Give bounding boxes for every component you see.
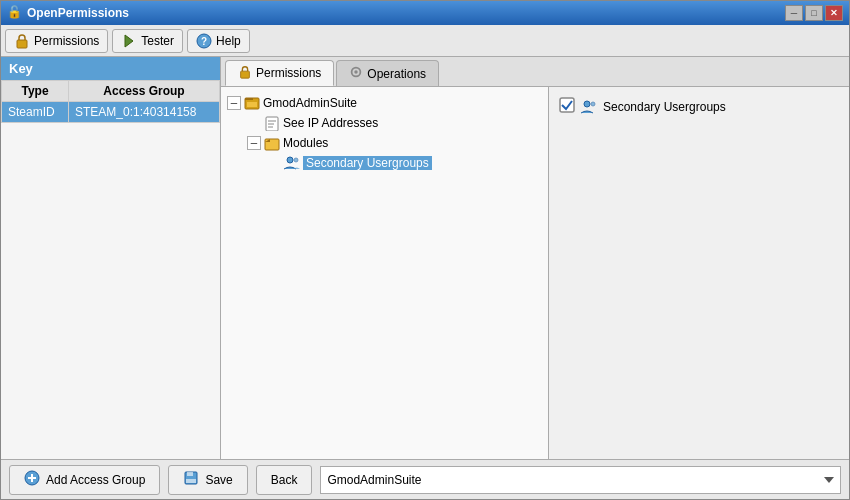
modules-icon bbox=[264, 135, 280, 151]
secondary-usergroups-label: Secondary Usergroups bbox=[303, 156, 432, 170]
cell-type: SteamID bbox=[2, 102, 69, 123]
close-button[interactable]: ✕ bbox=[825, 5, 843, 21]
save-icon bbox=[183, 470, 199, 489]
svg-rect-9 bbox=[247, 102, 257, 107]
svg-point-19 bbox=[584, 101, 590, 107]
toolbar-tester-button[interactable]: Tester bbox=[112, 29, 183, 53]
tester-toolbar-label: Tester bbox=[141, 34, 174, 48]
back-label: Back bbox=[271, 473, 298, 487]
key-table: Type Access Group SteamID STEAM_0:1:4031… bbox=[1, 80, 220, 123]
left-panel: Key Type Access Group SteamID STEAM_0:1:… bbox=[1, 57, 221, 459]
tab-permissions-label: Permissions bbox=[256, 66, 321, 80]
svg-point-17 bbox=[294, 158, 298, 162]
usergroups-check-icon bbox=[581, 99, 597, 115]
title-text: OpenPermissions bbox=[27, 6, 781, 20]
check-label-secondary-usergroups: Secondary Usergroups bbox=[603, 100, 726, 114]
svg-rect-25 bbox=[187, 472, 193, 476]
permissions-toolbar-label: Permissions bbox=[34, 34, 99, 48]
add-access-group-button[interactable]: Add Access Group bbox=[9, 465, 160, 495]
tree-root[interactable]: ─ GmodAdminSuite bbox=[227, 93, 542, 113]
svg-point-16 bbox=[287, 157, 293, 163]
svg-rect-0 bbox=[17, 40, 27, 48]
toolbar: Permissions Tester ? Help bbox=[1, 25, 849, 57]
add-access-group-label: Add Access Group bbox=[46, 473, 145, 487]
svg-point-6 bbox=[355, 70, 359, 74]
cell-access-group: STEAM_0:1:40314158 bbox=[69, 102, 220, 123]
root-expander[interactable]: ─ bbox=[227, 96, 241, 110]
tab-permissions[interactable]: Permissions bbox=[225, 60, 334, 86]
tree-panel: ─ GmodAdminSuite bbox=[221, 87, 549, 459]
table-row[interactable]: SteamID STEAM_0:1:40314158 bbox=[2, 102, 220, 123]
toolbar-permissions-button[interactable]: Permissions bbox=[5, 29, 108, 53]
col-type: Type bbox=[2, 81, 69, 102]
tabs-bar: Permissions Operations bbox=[221, 57, 849, 87]
main-window: 🔓 OpenPermissions ─ □ ✕ Permissions bbox=[0, 0, 850, 500]
bottom-bar: Add Access Group Save Back GmodAdminSuit… bbox=[1, 459, 849, 499]
permissions-toolbar-icon bbox=[14, 33, 30, 49]
maximize-button[interactable]: □ bbox=[805, 5, 823, 21]
dropdown-wrap: GmodAdminSuite bbox=[320, 466, 841, 494]
help-toolbar-label: Help bbox=[216, 34, 241, 48]
main-content: Key Type Access Group SteamID STEAM_0:1:… bbox=[1, 57, 849, 459]
tree-secondary-usergroups[interactable]: Secondary Usergroups bbox=[227, 153, 542, 173]
operations-tab-icon bbox=[349, 65, 363, 82]
modules-expander[interactable]: ─ bbox=[247, 136, 261, 150]
tester-icon bbox=[121, 33, 137, 49]
svg-rect-26 bbox=[186, 479, 196, 483]
add-icon bbox=[24, 470, 40, 489]
svg-rect-4 bbox=[241, 71, 250, 78]
check-item-secondary-usergroups[interactable]: Secondary Usergroups bbox=[555, 93, 843, 120]
svg-point-20 bbox=[591, 102, 595, 106]
tab-operations[interactable]: Operations bbox=[336, 60, 439, 86]
panels-container: ─ GmodAdminSuite bbox=[221, 87, 849, 459]
suite-icon bbox=[244, 95, 260, 111]
title-buttons: ─ □ ✕ bbox=[785, 5, 843, 21]
title-bar: 🔓 OpenPermissions ─ □ ✕ bbox=[1, 1, 849, 25]
see-ip-label: See IP Addresses bbox=[283, 116, 378, 130]
modules-label: Modules bbox=[283, 136, 328, 150]
help-icon: ? bbox=[196, 33, 212, 49]
toolbar-help-button[interactable]: ? Help bbox=[187, 29, 250, 53]
svg-marker-1 bbox=[125, 35, 133, 47]
title-icon: 🔓 bbox=[7, 5, 23, 21]
root-label: GmodAdminSuite bbox=[263, 96, 357, 110]
save-label: Save bbox=[205, 473, 232, 487]
col-access-group: Access Group bbox=[69, 81, 220, 102]
svg-rect-14 bbox=[265, 139, 279, 150]
access-group-dropdown[interactable]: GmodAdminSuite bbox=[320, 466, 841, 494]
permissions-tab-icon bbox=[238, 65, 252, 82]
left-panel-header: Key bbox=[1, 57, 220, 80]
right-section: Permissions Operations bbox=[221, 57, 849, 459]
back-button[interactable]: Back bbox=[256, 465, 313, 495]
tab-operations-label: Operations bbox=[367, 67, 426, 81]
check-panel: Secondary Usergroups bbox=[549, 87, 849, 459]
see-ip-icon bbox=[264, 115, 280, 131]
tree-see-ip[interactable]: See IP Addresses bbox=[227, 113, 542, 133]
save-button[interactable]: Save bbox=[168, 465, 247, 495]
svg-text:?: ? bbox=[201, 36, 207, 47]
checkbox-secondary-usergroups[interactable] bbox=[559, 97, 575, 116]
minimize-button[interactable]: ─ bbox=[785, 5, 803, 21]
usergroups-tree-icon bbox=[284, 155, 300, 171]
tree-modules[interactable]: ─ Modules bbox=[227, 133, 542, 153]
svg-rect-8 bbox=[245, 98, 253, 100]
